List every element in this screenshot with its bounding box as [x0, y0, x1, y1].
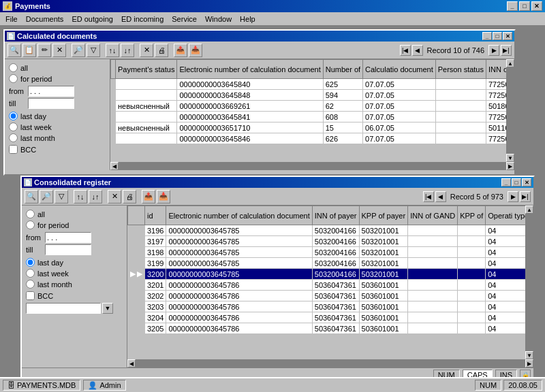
calc-horiz-scrollbar[interactable]: ◀ ▶: [110, 162, 514, 170]
tb-funnel-btn[interactable]: ▽: [87, 44, 100, 57]
calc-vert-scrollbar[interactable]: ▲ ▼: [506, 59, 514, 162]
consol-search-btn[interactable]: 🔍: [25, 190, 38, 203]
consol-scroll-right[interactable]: ▶: [525, 359, 533, 368]
calc-last-btn[interactable]: ▶|: [501, 45, 512, 56]
table-row[interactable]: 3198000000000036457855032004166503201001…: [128, 247, 526, 258]
menu-service[interactable]: Service: [168, 14, 201, 24]
consol-th-oper-type[interactable]: Operati type: [486, 206, 525, 225]
tb-export-btn[interactable]: 📤: [174, 44, 187, 57]
task-user-item[interactable]: 👤 Admin: [83, 380, 125, 391]
tb-print-btn[interactable]: 🖨: [155, 44, 168, 57]
calc-bcc-checkbox[interactable]: [9, 145, 18, 154]
table-row[interactable]: ▶320000000000003645785503200416650320100…: [128, 269, 526, 280]
calc-filter-lastmonth[interactable]: last month: [9, 133, 106, 142]
tb-clear-btn[interactable]: ✕: [140, 44, 153, 57]
calc-scroll-right[interactable]: ▶: [506, 162, 514, 170]
table-row[interactable]: 3203000000000036457865036047361503601001…: [128, 301, 526, 312]
calc-scroll-left[interactable]: ◀: [110, 162, 119, 170]
tb-sort-az-btn[interactable]: ↑↓: [106, 44, 119, 57]
table-row[interactable]: невыясненный000000000036517101506.07.055…: [111, 122, 507, 133]
consol-bcc-checkbox[interactable]: [26, 291, 35, 300]
calc-scroll-up[interactable]: ▲: [506, 59, 514, 67]
consol-filter-period[interactable]: for period: [26, 220, 123, 229]
calc-filter-all[interactable]: all: [9, 63, 106, 72]
consol-th-inn[interactable]: INN of payer: [312, 206, 359, 225]
tb-import-btn[interactable]: 📥: [189, 44, 202, 57]
table-row[interactable]: 0000000000364584062507.07.05772505731077…: [111, 79, 507, 90]
consol-filter-lastday[interactable]: last day: [26, 258, 123, 267]
calc-th-person-status[interactable]: Person status: [435, 60, 486, 79]
consol-import-btn[interactable]: 📥: [157, 190, 170, 203]
consol-filter-btn[interactable]: 🔎: [40, 190, 53, 203]
consol-next-btn[interactable]: ▶: [508, 191, 518, 202]
maximize-button[interactable]: □: [519, 1, 530, 11]
consol-scroll-down[interactable]: ▼: [525, 351, 533, 359]
menu-documents[interactable]: Documents: [22, 14, 68, 24]
consol-bcc-input[interactable]: [26, 303, 101, 314]
calc-close-btn[interactable]: ✕: [503, 32, 512, 40]
consol-last-btn[interactable]: ▶|: [520, 191, 531, 202]
tb-copy-btn[interactable]: 📋: [22, 44, 36, 57]
calc-scroll-track-h[interactable]: [119, 162, 506, 170]
task-db-item[interactable]: 🗄 PAYMENTS.MDB: [3, 380, 80, 391]
tb-filter-btn[interactable]: 🔎: [72, 44, 85, 57]
consol-from-input[interactable]: [45, 232, 91, 243]
consol-th-id[interactable]: id: [145, 206, 166, 225]
consol-filter-lastmonth[interactable]: last month: [26, 280, 123, 289]
consol-bcc-dropdown[interactable]: ▼: [102, 303, 113, 314]
calc-filter-period[interactable]: for period: [9, 74, 106, 83]
consol-close-btn[interactable]: ✕: [522, 178, 531, 186]
calc-th-inn[interactable]: INN of payer: [486, 60, 507, 79]
consol-th-kpp[interactable]: KPP of payer: [359, 206, 408, 225]
consol-horiz-scrollbar[interactable]: ◀ ▶: [127, 359, 533, 368]
consol-scroll-left[interactable]: ◀: [127, 359, 136, 368]
consol-scroll-track-h[interactable]: [136, 359, 525, 368]
consol-prev-btn[interactable]: ◀: [435, 191, 446, 202]
tb-search-btn[interactable]: 🔍: [7, 44, 21, 57]
menu-ed-incoming[interactable]: ED incoming: [117, 14, 168, 24]
calc-till-input[interactable]: [28, 98, 74, 109]
menu-window[interactable]: Window: [201, 14, 236, 24]
table-row[interactable]: 3199000000000036457855032004166503201001…: [128, 258, 526, 269]
calc-th-calc-doc[interactable]: Calculatio document: [363, 60, 436, 79]
tb-delete-btn[interactable]: ✕: [52, 44, 66, 57]
calc-next-btn[interactable]: ▶: [488, 45, 499, 56]
table-row[interactable]: 3202000000000036457865036047361503601001…: [128, 291, 526, 301]
consol-print-btn[interactable]: 🖨: [123, 190, 136, 203]
calc-th-payment-status[interactable]: Payment's status: [116, 60, 177, 79]
calc-maximize-btn[interactable]: □: [493, 32, 502, 40]
table-row[interactable]: 3204000000000036457865036047361503601001…: [128, 312, 526, 323]
menu-help[interactable]: Help: [236, 14, 260, 24]
consol-sort-az-btn[interactable]: ↑↓: [74, 190, 87, 203]
calc-first-btn[interactable]: |◀: [400, 45, 411, 56]
table-row[interactable]: 0000000000364584160807.07.05772505731077…: [111, 112, 507, 122]
table-row[interactable]: 0000000000364584662607.07.05772505731077…: [111, 133, 507, 144]
consol-clear-btn[interactable]: ✕: [108, 190, 121, 203]
consol-th-kpp-of[interactable]: KPP of: [458, 206, 486, 225]
consol-scroll-track[interactable]: [525, 214, 533, 351]
calc-filter-lastweek[interactable]: last week: [9, 122, 106, 131]
calc-prev-btn[interactable]: ◀: [412, 45, 423, 56]
consol-first-btn[interactable]: |◀: [423, 191, 434, 202]
calc-minimize-btn[interactable]: _: [482, 32, 492, 40]
consol-vert-scrollbar[interactable]: ▲ ▼: [525, 206, 533, 359]
consol-minimize-btn[interactable]: _: [501, 178, 511, 186]
menu-ed-outgoing[interactable]: ED outgoing: [67, 14, 117, 24]
close-button[interactable]: ✕: [531, 1, 542, 11]
consol-filter-all[interactable]: all: [26, 210, 123, 218]
table-row[interactable]: 3201000000000036457865036047361503601001…: [128, 280, 526, 291]
consol-sort-za-btn[interactable]: ↓↑: [89, 190, 102, 203]
table-row[interactable]: 3205000000000036457865036047361503601001…: [128, 323, 526, 334]
calc-th-number[interactable]: Number of: [323, 60, 362, 79]
calc-from-input[interactable]: [28, 86, 74, 97]
consol-funnel-btn[interactable]: ▽: [54, 190, 68, 203]
calc-scroll-down[interactable]: ▼: [506, 154, 514, 162]
consol-scroll-up[interactable]: ▲: [525, 206, 533, 214]
consol-maximize-btn[interactable]: □: [512, 178, 521, 186]
consol-till-input[interactable]: [45, 244, 91, 255]
table-row[interactable]: 3196000000000036457855032004166503201001…: [128, 225, 526, 236]
table-row[interactable]: невыясненный000000000036692616207.07.055…: [111, 101, 507, 112]
calc-scroll-track[interactable]: [506, 67, 514, 154]
consol-export-btn[interactable]: 📤: [142, 190, 155, 203]
calc-th-elec-number[interactable]: Electronic number of calculation documen…: [177, 60, 323, 79]
